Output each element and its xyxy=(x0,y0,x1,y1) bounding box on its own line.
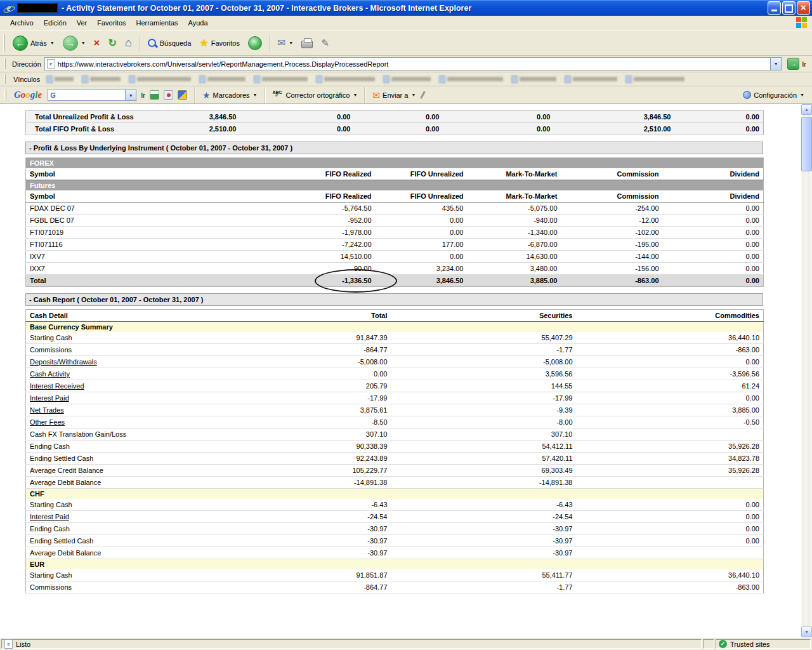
cash-section-header[interactable]: - Cash Report ( October 01, 2007 - Octob… xyxy=(25,293,763,306)
link-item-redacted[interactable] xyxy=(314,74,377,84)
link-item-redacted[interactable] xyxy=(197,74,247,84)
print-button[interactable] xyxy=(298,35,317,51)
highlight-icon[interactable] xyxy=(178,90,187,100)
stop-icon: × xyxy=(94,37,100,50)
row-label: Average Credit Balance xyxy=(26,465,216,477)
value-cell: -30.97 xyxy=(391,523,577,535)
menu-archivo[interactable]: Archivo xyxy=(5,17,39,29)
toolbar-separator xyxy=(139,35,140,51)
minimize-button[interactable] xyxy=(768,1,781,15)
pnl-section-header[interactable]: - Profit & Loss By Underlying Instrument… xyxy=(25,142,763,154)
history-button[interactable] xyxy=(244,34,266,53)
value-cell: 0.00 xyxy=(577,499,764,511)
google-search-dropdown[interactable]: ▼ xyxy=(125,90,136,100)
menu-herramientas[interactable]: Herramientas xyxy=(131,17,183,29)
link-item-redacted[interactable] xyxy=(80,74,122,84)
table-row: Interest Paid -24.54 -24.54 0.00 xyxy=(26,511,764,523)
value-cell: 0.00 xyxy=(355,111,443,123)
value-cell: 0.00 xyxy=(577,523,764,535)
bookmarks-button[interactable]: ★ Marcadores ▼ xyxy=(202,90,258,100)
cash-detail-link[interactable]: Other Fees xyxy=(26,416,216,428)
value-cell: -863.00 xyxy=(561,275,663,287)
scroll-down-button[interactable]: ▼ xyxy=(801,627,812,637)
toolbar-grip[interactable] xyxy=(3,34,5,51)
link-item-redacted[interactable] xyxy=(563,74,619,84)
maximize-button[interactable] xyxy=(782,1,796,15)
value-cell: 36,440.10 xyxy=(577,332,764,344)
link-item-redacted[interactable] xyxy=(381,74,433,84)
home-button[interactable]: ⌂ xyxy=(121,34,136,52)
mail-dropdown-caret[interactable]: ▼ xyxy=(289,41,293,45)
refresh-button[interactable]: ↻ xyxy=(105,34,121,51)
settings-button[interactable]: Configuración ▼ xyxy=(743,91,808,99)
cash-detail-link[interactable]: Deposits/Withdrawals xyxy=(26,356,216,368)
value-cell: 0.00 xyxy=(663,263,764,275)
row-label: Total FIFO Profit & Loss xyxy=(26,123,185,135)
send-to-button[interactable]: ✉ Enviar a ▼ xyxy=(372,90,416,100)
google-search-input[interactable] xyxy=(58,90,125,100)
mail-button[interactable]: ✉ ▼ xyxy=(273,34,297,51)
value-cell: -864.77 xyxy=(216,344,391,356)
close-button[interactable] xyxy=(797,1,810,15)
menu-edicion[interactable]: Edición xyxy=(39,17,72,29)
cash-detail-link[interactable]: Interest Received xyxy=(26,380,216,392)
value-cell: 3,480.00 xyxy=(468,263,561,275)
favorites-button[interactable]: ★ Favoritos xyxy=(195,34,244,51)
cash-detail-link[interactable]: Net Trades xyxy=(26,404,216,416)
link-item-redacted[interactable] xyxy=(127,74,193,84)
column-header: Symbol xyxy=(26,168,178,180)
symbol-cell: FTI071019 xyxy=(26,227,178,239)
search-button[interactable]: Búsqueda xyxy=(143,36,195,51)
toolbar-grip[interactable] xyxy=(4,58,6,70)
forward-dropdown-caret[interactable]: ▼ xyxy=(81,41,86,45)
back-dropdown-caret[interactable]: ▼ xyxy=(50,41,55,45)
value-cell: -5,008.00 xyxy=(216,356,391,368)
link-item-redacted[interactable] xyxy=(252,74,310,84)
pagerank-icon[interactable] xyxy=(150,90,159,100)
go-button[interactable]: → Ir xyxy=(785,58,809,70)
menu-favoritos[interactable]: Favoritos xyxy=(92,17,131,29)
mtm-summary-table: Total Unrealized Profit & Loss 3,846.50 … xyxy=(25,110,764,135)
symbol-cell: IXV7 xyxy=(26,251,178,263)
value-cell: 0.00 xyxy=(675,111,764,123)
edit-button[interactable]: ✎ xyxy=(317,35,333,51)
value-cell: 14,630.00 xyxy=(468,251,561,263)
stop-button[interactable]: × xyxy=(90,34,104,52)
google-go-button[interactable]: Ir xyxy=(141,91,145,99)
menu-ayuda[interactable]: Ayuda xyxy=(183,17,213,29)
group-header: Base Currency Summary xyxy=(26,322,764,333)
value-cell: -30.97 xyxy=(391,547,577,559)
value-cell: 34,823.78 xyxy=(577,453,764,465)
cash-detail-link[interactable]: Interest Paid xyxy=(26,392,216,404)
scroll-up-button[interactable]: ▲ xyxy=(801,104,812,115)
table-row: Average Credit Balance 105,229.77 69,303… xyxy=(26,465,764,477)
status-message-pane: e Listo xyxy=(1,639,702,649)
value-cell: 0.00 xyxy=(675,123,764,135)
link-item-redacted[interactable] xyxy=(44,74,75,84)
address-dropdown-button[interactable]: ▼ xyxy=(770,58,781,70)
toolbar-grip[interactable] xyxy=(4,89,6,101)
link-item-redacted[interactable] xyxy=(509,74,558,84)
link-item-redacted[interactable] xyxy=(624,74,686,84)
cash-detail-link[interactable]: Interest Paid xyxy=(26,511,216,523)
toolbar-separator xyxy=(364,87,365,103)
value-cell: -6.43 xyxy=(216,499,391,511)
address-input[interactable] xyxy=(55,58,770,69)
column-header: FIFO Unrealized xyxy=(376,190,468,202)
table-row: Interest Received 205.79 144.55 61.24 xyxy=(26,380,764,392)
vertical-scrollbar[interactable]: ▲ ▼ xyxy=(801,104,812,637)
scrollbar-thumb[interactable] xyxy=(801,117,812,171)
value-cell: 0.00 xyxy=(240,123,355,135)
cash-detail-link[interactable]: Cash Activity xyxy=(26,368,216,380)
back-button[interactable]: ← Atrás ▼ xyxy=(9,33,58,53)
popup-blocker-icon[interactable] xyxy=(164,90,173,100)
link-item-redacted[interactable] xyxy=(437,74,505,84)
toolbar-grip[interactable] xyxy=(4,74,6,84)
forward-button[interactable]: → ▼ xyxy=(59,33,89,53)
spellcheck-icon: ABC xyxy=(273,90,284,100)
menu-ver[interactable]: Ver xyxy=(72,17,93,29)
group-header: EUR xyxy=(26,559,764,570)
value-cell: -864.77 xyxy=(216,581,391,594)
spellcheck-button[interactable]: ABC Corrector ortográfico ▼ xyxy=(273,90,358,100)
paperclip-icon[interactable] xyxy=(420,91,426,99)
